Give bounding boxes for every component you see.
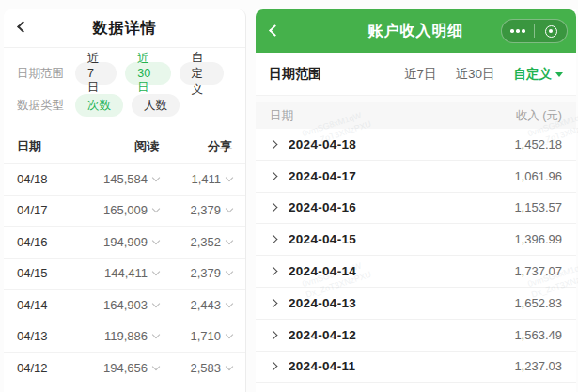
row-date: 2024-04-17 (289, 169, 514, 183)
row-date: 04/16 (17, 235, 75, 249)
read-value-dropdown[interactable]: 164,903 (75, 298, 159, 312)
date-range-filter-row: 日期范围 近7日 近30日 自定义 (256, 53, 576, 96)
chevron-right-icon (269, 235, 278, 244)
date-range-label: 日期范围 (17, 66, 75, 82)
table-row: 04/12 194,656 2,583 (4, 352, 245, 384)
filter-last7-button[interactable]: 近7日 (404, 66, 437, 83)
col-header-share: 分享 (159, 138, 232, 155)
read-value-dropdown[interactable]: 144,411 (75, 266, 159, 280)
row-income: 1,061.96 (514, 169, 562, 183)
table-row: 04/15 144,411 2,379 (4, 258, 245, 290)
share-value-dropdown[interactable]: 2,379 (159, 266, 232, 280)
row-date: 04/17 (17, 203, 75, 217)
date-range-filter-row: 日期范围 近7日 近30日 自定义 (17, 57, 232, 89)
chevron-right-icon (269, 362, 278, 371)
chevron-right-icon (269, 330, 278, 339)
chevron-right-icon (269, 203, 278, 212)
income-row[interactable]: 2024-04-18 1,452.18 (256, 129, 576, 161)
row-date: 04/13 (17, 329, 75, 343)
row-date: 2024-04-16 (289, 200, 514, 214)
table-row: 04/16 194,909 2,352 (4, 226, 245, 258)
filter-custom-button[interactable]: 自定义 (180, 62, 224, 85)
col-header-date: 日期 (17, 138, 75, 155)
income-detail-panel: 账户收入明细 日期范围 近7日 近30日 自定义 日期 收入 (元) 2024-… (256, 9, 576, 392)
row-income: 1,737.07 (514, 264, 562, 278)
income-row[interactable]: 2024-04-13 1,652.83 (256, 288, 576, 320)
page-title: 数据详情 (93, 19, 157, 39)
read-value-dropdown[interactable]: 145,584 (75, 172, 159, 186)
col-header-read: 阅读 (75, 138, 159, 155)
miniprogram-capsule (501, 19, 568, 43)
chevron-right-icon (269, 298, 278, 307)
filter-section: 日期范围 近7日 近30日 自定义 数据类型 次数 人数 (4, 50, 245, 125)
stats-table-header: 日期 阅读 分享 (4, 131, 245, 163)
stats-table: 日期 阅读 分享 04/18 145,584 1,411 04/17 165,0… (4, 131, 245, 392)
share-value-dropdown[interactable]: 2,583 (159, 361, 232, 375)
chevron-down-icon (226, 174, 233, 181)
divider (4, 47, 245, 48)
table-row: 04/11 165,189 2,623 (4, 384, 245, 392)
data-type-label: 数据类型 (17, 98, 75, 114)
col-header-income: 收入 (元) (516, 108, 562, 124)
table-row: 04/17 165,009 2,379 (4, 195, 245, 227)
caret-down-icon (555, 72, 563, 77)
share-value-dropdown[interactable]: 2,379 (159, 203, 232, 217)
filter-last7-button[interactable]: 近7日 (75, 62, 117, 85)
read-value-dropdown[interactable]: 119,886 (75, 329, 159, 343)
row-income: 1,237.03 (514, 359, 562, 373)
row-date: 2024-04-12 (289, 328, 514, 342)
table-row: 04/13 119,886 1,710 (4, 321, 245, 353)
date-range-label: 日期范围 (269, 66, 385, 83)
read-value-dropdown[interactable]: 194,909 (75, 235, 159, 249)
share-value-dropdown[interactable]: 1,710 (159, 329, 232, 343)
income-table-header: 日期 收入 (元) (256, 102, 576, 129)
page-title: 账户收入明细 (368, 22, 464, 41)
filter-last30-button[interactable]: 近30日 (125, 62, 170, 85)
row-date: 2024-04-15 (289, 232, 514, 246)
income-row[interactable]: 2024-04-14 1,737.07 (256, 256, 576, 288)
data-details-panel: 数据详情 日期范围 近7日 近30日 自定义 数据类型 次数 人数 日期 阅读 … (4, 9, 246, 392)
income-row[interactable]: 2024-04-17 1,061.96 (256, 161, 576, 193)
income-row[interactable]: 2024-04-12 1,563.49 (256, 320, 576, 352)
chevron-down-icon (226, 205, 233, 212)
row-income: 1,452.18 (514, 137, 562, 151)
income-row[interactable]: 2024-04-16 1,153.57 (256, 193, 576, 225)
row-date: 2024-04-13 (289, 296, 514, 310)
row-income: 1,396.99 (514, 232, 562, 246)
filter-people-button[interactable]: 人数 (132, 94, 180, 117)
filter-last30-button[interactable]: 近30日 (455, 66, 494, 83)
chevron-down-icon (226, 363, 233, 370)
table-row: 04/14 164,903 2,443 (4, 289, 245, 321)
row-income: 1,153.57 (514, 200, 562, 214)
row-date: 04/15 (17, 266, 75, 280)
row-date: 04/18 (17, 172, 75, 186)
spacer (256, 96, 576, 102)
more-options-icon[interactable] (502, 20, 534, 42)
filter-custom-dropdown[interactable]: 自定义 (514, 66, 564, 83)
col-header-date: 日期 (270, 108, 293, 124)
chevron-down-icon (226, 268, 233, 275)
share-value-dropdown[interactable]: 1,411 (159, 172, 232, 186)
chevron-right-icon (269, 267, 278, 276)
share-value-dropdown[interactable]: 2,443 (159, 298, 232, 312)
chevron-down-icon (226, 237, 233, 244)
row-date: 2024-04-18 (289, 137, 514, 151)
close-target-icon[interactable] (535, 20, 567, 42)
share-value-dropdown[interactable]: 2,352 (159, 235, 232, 249)
chevron-right-icon (269, 171, 278, 180)
row-date: 2024-04-11 (289, 359, 514, 373)
filter-count-button[interactable]: 次数 (75, 94, 123, 117)
read-value-dropdown[interactable]: 194,656 (75, 361, 159, 375)
row-date: 2024-04-14 (289, 264, 514, 278)
income-row[interactable]: 2024-04-11 1,237.03 (256, 352, 576, 384)
table-row: 04/18 145,584 1,411 (4, 163, 245, 195)
back-icon[interactable] (17, 21, 29, 33)
read-value-dropdown[interactable]: 165,009 (75, 203, 159, 217)
right-header: 账户收入明细 (256, 9, 576, 53)
row-income: 1,563.49 (514, 328, 562, 342)
chevron-down-icon (226, 300, 233, 307)
income-row[interactable]: 2024-04-15 1,396.99 (256, 224, 576, 256)
row-income: 1,652.83 (514, 296, 562, 310)
back-icon[interactable] (269, 24, 281, 37)
chevron-right-icon (269, 139, 278, 149)
